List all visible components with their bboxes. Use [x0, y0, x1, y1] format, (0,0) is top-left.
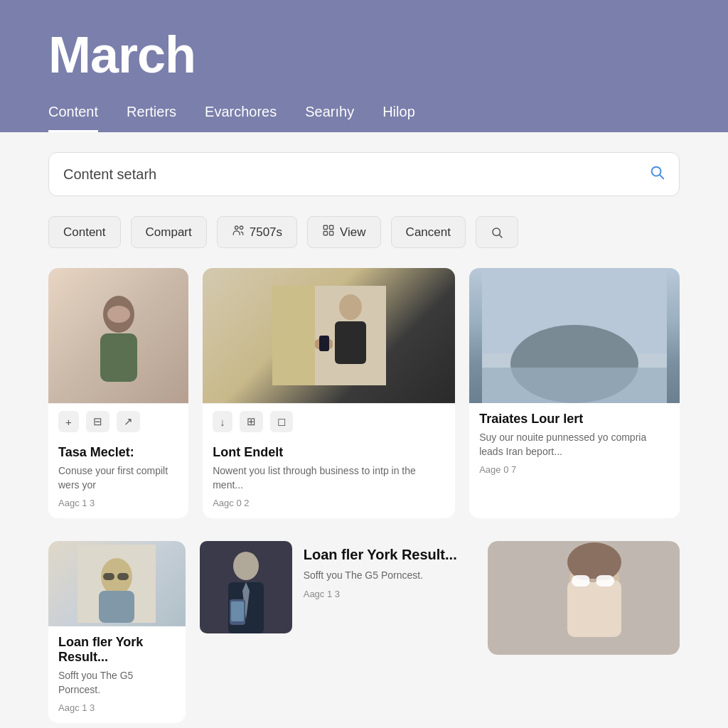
card-1-desc: Conuse your first compilt wers yor: [58, 464, 178, 492]
svg-point-29: [233, 552, 259, 580]
filter-cancent[interactable]: Cancent: [391, 216, 466, 248]
card-1-age: Aagc 1 3: [58, 498, 178, 508]
card-6: [488, 541, 680, 655]
svg-line-9: [499, 235, 502, 237]
nav-tab-hilop[interactable]: Hilop: [382, 104, 415, 132]
svg-rect-4: [323, 225, 327, 229]
search-input[interactable]: [63, 166, 649, 183]
page-title: March: [48, 26, 680, 84]
filter-search-extra[interactable]: [476, 216, 518, 248]
card-3-title: Traiates Lour lert: [479, 412, 670, 427]
svg-rect-5: [330, 225, 333, 229]
svg-point-15: [339, 294, 362, 320]
card-2-desc: Nowent you list through business to intp…: [213, 464, 445, 492]
card-3-age: Aage 0 7: [479, 464, 670, 475]
card-1-delete-btn[interactable]: ⊟: [86, 411, 109, 432]
card-2-age: Aagc 0 2: [213, 498, 445, 508]
card-2-body: Lont Endelt Nowent you list through busi…: [203, 437, 455, 518]
filter-7507s[interactable]: 7507s: [217, 216, 297, 248]
content-grid-row2: Loan fler York Result... Sofft you The G…: [48, 541, 680, 723]
card-1: + ⊟ ↗ Tasa Meclet: Conuse your first com…: [48, 268, 188, 518]
svg-rect-11: [100, 333, 137, 382]
svg-rect-37: [567, 580, 621, 637]
nav-tab-content[interactable]: Content: [48, 104, 98, 132]
svg-rect-14: [272, 286, 315, 385]
svg-rect-26: [103, 573, 114, 580]
svg-point-3: [240, 226, 243, 230]
content-grid-row1: + ⊟ ↗ Tasa Meclet: Conuse your first com…: [48, 268, 680, 518]
view-icon: [322, 224, 335, 240]
card-1-title: Tasa Meclet:: [58, 445, 178, 460]
nav-tab-evarchores[interactable]: Evarchores: [205, 104, 277, 132]
card-5-age: Aagc 1 3: [304, 589, 457, 599]
svg-rect-33: [231, 601, 244, 621]
card-1-image: [48, 268, 188, 403]
people-icon: [232, 224, 245, 240]
card-6-image: [488, 541, 680, 655]
main-content: Content Compart 7507s: [0, 132, 728, 728]
card-3-body: Traiates Lour lert Suy our nouite punnes…: [469, 403, 680, 485]
card-3-desc: Suy our nouite punnessed yo compria lead…: [479, 431, 670, 459]
card-4-age: Aagc 1 3: [58, 702, 176, 713]
card-5-title: Loan fler York Result...: [304, 547, 457, 563]
svg-rect-38: [572, 575, 590, 587]
svg-point-8: [493, 228, 500, 236]
card-2-title: Lont Endelt: [213, 445, 445, 460]
search-icon: [649, 164, 665, 180]
card-4-body: Loan fler York Result... Sofft you The G…: [48, 626, 186, 723]
svg-rect-6: [323, 232, 327, 235]
card-2-actions: ↓ ⊞ ◻: [203, 403, 455, 437]
card-3: Traiates Lour lert Suy our nouite punnes…: [469, 268, 680, 518]
filter-compart[interactable]: Compart: [131, 216, 207, 248]
main-nav: Content Rertiers Evarchores Searıhy Hilo…: [48, 104, 680, 132]
card-4-image: [48, 541, 186, 626]
search-button[interactable]: [649, 164, 665, 184]
svg-rect-18: [319, 336, 329, 351]
search-small-icon: [491, 226, 503, 239]
card-1-share-btn[interactable]: ↗: [117, 411, 140, 432]
svg-rect-27: [117, 573, 129, 580]
nav-tab-rertiers[interactable]: Rertiers: [127, 104, 176, 132]
svg-rect-39: [596, 575, 614, 587]
search-bar: [48, 152, 680, 196]
card-2-grid-btn[interactable]: ⊞: [240, 411, 263, 432]
card-2: ↓ ⊞ ◻ Lont Endelt Nowent you list throug…: [203, 268, 455, 518]
svg-rect-7: [330, 232, 333, 235]
card-4-desc: Sofft you The G5 Porncest.: [58, 669, 176, 697]
card-2-down-btn[interactable]: ↓: [213, 411, 232, 432]
card-4-title: Loan fler York Result...: [58, 635, 176, 665]
svg-rect-25: [99, 591, 134, 623]
svg-point-12: [107, 306, 130, 323]
svg-rect-16: [335, 321, 366, 364]
card-1-body: Tasa Meclet: Conuse your first compilt w…: [48, 437, 188, 518]
card-2-square-btn[interactable]: ◻: [270, 411, 293, 432]
filter-row: Content Compart 7507s: [48, 216, 680, 248]
filter-content[interactable]: Content: [48, 216, 121, 248]
svg-rect-22: [482, 368, 667, 403]
svg-point-2: [235, 226, 238, 230]
card-3-image: [469, 268, 680, 403]
card-2-image: [203, 268, 455, 403]
svg-line-1: [660, 175, 663, 178]
card-5-image: [200, 541, 292, 633]
card-5-body: Loan fler York Result... Sofft you The G…: [304, 541, 457, 599]
card-5-desc: Sofft you The G5 Porncest.: [304, 569, 457, 583]
page-header: March Content Rertiers Evarchores Searıh…: [0, 0, 728, 132]
card-4: Loan fler York Result... Sofft you The G…: [48, 541, 186, 723]
card-1-add-btn[interactable]: +: [58, 411, 79, 432]
nav-tab-searıhy[interactable]: Searıhy: [305, 104, 354, 132]
svg-rect-40: [589, 579, 596, 582]
card-5-inline: Loan fler York Result... Sofft you The G…: [200, 541, 473, 633]
filter-view[interactable]: View: [307, 216, 381, 248]
card-1-actions: + ⊟ ↗: [48, 403, 188, 437]
